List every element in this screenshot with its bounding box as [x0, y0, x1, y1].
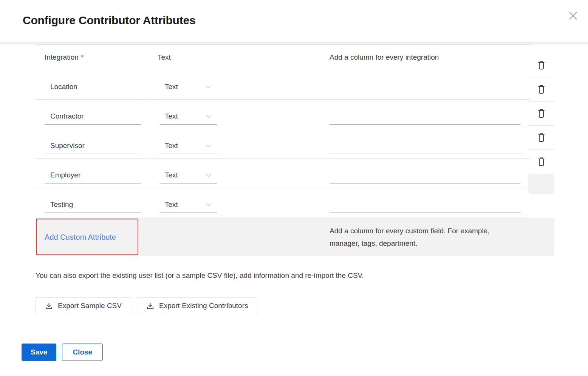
attribute-type-select[interactable]: Text: [160, 168, 217, 183]
delete-attribute-button[interactable]: [528, 150, 554, 174]
attribute-type-value: Text: [165, 171, 178, 179]
attribute-type-select[interactable]: Text: [160, 197, 217, 213]
export-existing-contributors-button[interactable]: Export Existing Contributors: [137, 297, 258, 314]
download-icon: [146, 302, 154, 310]
attribute-type-value: Text: [165, 200, 178, 209]
table-row: Employer Text: [36, 159, 531, 188]
modal-close-button[interactable]: [567, 9, 579, 22]
chevron-down-icon: [206, 144, 212, 148]
close-button[interactable]: Close: [62, 344, 103, 361]
export-buttons-row: Export Sample CSV Export Existing Contri…: [36, 297, 257, 314]
table-row: Supervisor Text: [36, 129, 531, 159]
integration-type-cell: Text: [158, 53, 330, 62]
footer-actions: Save Close: [22, 344, 103, 361]
export-existing-contributors-label: Export Existing Contributors: [159, 302, 248, 310]
export-sample-csv-button[interactable]: Export Sample CSV: [36, 297, 131, 314]
integration-desc-cell: Add a column for every integration: [330, 53, 531, 62]
table-row: Contractor Text: [36, 100, 531, 129]
attribute-name-input[interactable]: Supervisor: [45, 138, 141, 154]
attribute-description-input[interactable]: [330, 109, 520, 125]
attribute-description-label: Add a column for every integration: [330, 53, 439, 61]
table-row: Testing Text: [36, 188, 531, 217]
delete-attribute-button[interactable]: [528, 77, 554, 102]
trash-icon: [537, 133, 546, 143]
attribute-name-input[interactable]: Contractor: [45, 109, 141, 125]
export-sample-csv-label: Export Sample CSV: [58, 302, 122, 310]
integration-cell: Integration*: [36, 53, 158, 62]
attribute-description-input[interactable]: [330, 197, 520, 213]
chevron-down-icon: [206, 174, 212, 177]
attribute-type-select[interactable]: Text: [160, 79, 217, 95]
attribute-type-value: Text: [165, 83, 178, 91]
add-custom-attribute-link[interactable]: Add Custom Attribute: [45, 233, 116, 242]
trash-icon: [537, 85, 546, 94]
trash-icon: [537, 157, 546, 167]
chevron-down-icon: [206, 85, 212, 89]
attribute-name-input[interactable]: Employer: [45, 168, 141, 183]
delete-attribute-placeholder: [528, 174, 554, 194]
attribute-type-select[interactable]: Text: [160, 138, 217, 154]
delete-column: [528, 53, 554, 194]
delete-attribute-button[interactable]: [528, 126, 554, 150]
add-custom-attribute-row: Add Custom Attribute Add a column for ev…: [36, 218, 554, 256]
trash-icon: [537, 60, 546, 70]
attribute-name-input[interactable]: Testing: [45, 197, 141, 213]
attributes-table: Integration* Text Add a column for every…: [36, 45, 531, 217]
delete-attribute-button[interactable]: [528, 102, 554, 126]
close-icon: [568, 11, 578, 20]
attribute-description-input[interactable]: [330, 168, 520, 183]
page-title: Configure Contributor Attributes: [23, 14, 195, 27]
required-asterisk: *: [81, 53, 84, 61]
delete-attribute-button[interactable]: [528, 53, 554, 77]
chevron-down-icon: [206, 203, 212, 206]
attribute-type-value: Text: [165, 142, 178, 150]
attribute-description-input[interactable]: [330, 138, 520, 154]
custom-field-description: Add a column for every custom field. For…: [330, 225, 520, 250]
trash-icon: [537, 109, 546, 119]
attribute-name-label: Integration: [36, 53, 79, 61]
attribute-description-input[interactable]: [330, 79, 520, 95]
table-row-integration: Integration* Text Add a column for every…: [36, 45, 531, 70]
export-note: You can also export the existing user li…: [36, 271, 364, 280]
attribute-name-input[interactable]: Location: [45, 79, 141, 95]
chevron-down-icon: [206, 115, 212, 118]
download-icon: [45, 302, 53, 310]
attribute-type-select[interactable]: Text: [160, 109, 217, 125]
save-button[interactable]: Save: [22, 344, 56, 361]
attribute-type-value: Text: [165, 112, 178, 120]
table-row: Location Text: [36, 70, 531, 100]
attribute-type-label: Text: [158, 53, 171, 61]
